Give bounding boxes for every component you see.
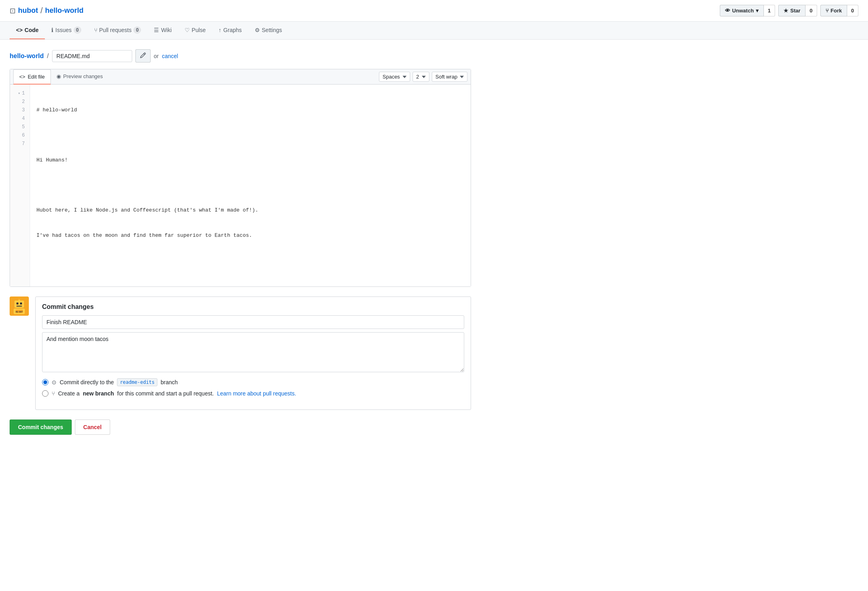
radio-direct-input[interactable]	[42, 379, 48, 385]
tab-edit-file[interactable]: <> Edit file	[13, 69, 51, 85]
breadcrumb-separator: /	[47, 52, 48, 60]
preview-icon: ◉	[56, 73, 61, 79]
tab-pull-requests[interactable]: ⑂ Pull requests 0	[88, 22, 148, 39]
code-textarea[interactable]: # hello-world Hi Humans! Hubot here, I l…	[30, 85, 471, 286]
tab-code[interactable]: <> Code	[10, 22, 45, 39]
svg-rect-1	[14, 301, 24, 308]
line-numbers: ▾ 1 2 3 4 5 6 7	[10, 85, 30, 286]
editor-panel: <> Edit file ◉ Preview changes Spaces Ta…	[10, 69, 471, 287]
file-path: hello-world / or cancel	[10, 49, 471, 63]
code-line-6: I've had tacos on the moon and find them…	[36, 232, 464, 240]
fork-label: Fork	[831, 8, 842, 14]
line-number-7: 7	[15, 140, 25, 148]
svg-rect-3	[20, 303, 22, 305]
issues-icon: ℹ	[51, 27, 53, 33]
fork-count[interactable]: 0	[847, 5, 858, 16]
indent-mode-select[interactable]: Spaces Tabs	[379, 72, 410, 82]
pull-request-learn-link[interactable]: Learn more about pull requests.	[217, 390, 296, 397]
page-header: ⊡ hubot / hello-world 👁 Unwatch ▾ 1 ★ St…	[0, 0, 868, 22]
svg-rect-4	[16, 306, 22, 307]
tab-pulse[interactable]: ♡ Pulse	[178, 22, 212, 39]
issues-badge: 0	[74, 26, 81, 34]
tab-graphs-label: Graphs	[224, 27, 242, 33]
code-line-7	[36, 256, 464, 265]
tab-settings[interactable]: ⚙ Settings	[248, 22, 289, 39]
hubot-avatar-svg: HU-BOT	[10, 297, 29, 316]
tab-wiki[interactable]: ☰ Wiki	[147, 22, 178, 39]
tab-pulse-label: Pulse	[192, 27, 206, 33]
nav-tabs: <> Code ℹ Issues 0 ⑂ Pull requests 0 ☰ W…	[0, 22, 868, 40]
star-count[interactable]: 0	[806, 5, 817, 16]
commit-description-textarea[interactable]: And mention moon tacos	[42, 332, 464, 372]
tab-code-label: Code	[24, 27, 38, 33]
code-line-3: Hi Humans!	[36, 156, 464, 165]
unwatch-arrow: ▾	[756, 8, 759, 14]
star-icon: ★	[783, 8, 788, 14]
file-cancel-link[interactable]: cancel	[162, 53, 178, 59]
fork-icon: ⑂	[826, 8, 829, 14]
new-branch-bold: new branch	[83, 390, 114, 397]
commit-box: Commit changes And mention moon tacos ⊙ …	[35, 297, 471, 410]
main-content: hello-world / or cancel <> Edit file ◉	[0, 40, 481, 444]
editor-tabs-list: <> Edit file ◉ Preview changes	[13, 69, 109, 84]
edit-file-icon: <>	[19, 74, 25, 80]
tab-issues[interactable]: ℹ Issues 0	[45, 22, 87, 39]
radio-options: ⊙ Commit directly to the readme-edits br…	[42, 378, 464, 397]
tab-settings-label: Settings	[262, 27, 282, 33]
settings-icon: ⚙	[255, 27, 260, 33]
svg-point-6	[18, 297, 20, 300]
radio-new-branch-input[interactable]	[42, 390, 48, 397]
commit-changes-button[interactable]: Commit changes	[10, 420, 72, 435]
radio-direct-commit[interactable]: ⊙ Commit directly to the readme-edits br…	[42, 378, 464, 386]
file-or-text: or	[154, 53, 159, 59]
repo-owner-link[interactable]: hubot	[18, 6, 38, 15]
cancel-commit-button[interactable]: Cancel	[75, 420, 110, 435]
line-number-1: ▾ 1	[15, 89, 25, 98]
file-edit-icon-button[interactable]	[135, 49, 151, 63]
line-number-2: 2	[15, 98, 25, 106]
unwatch-count[interactable]: 1	[764, 5, 775, 16]
star-label: Star	[790, 8, 800, 14]
editor-options: Spaces Tabs 2 4 8 Soft wrap No wrap	[379, 72, 467, 82]
commit-buttons: Commit changes Cancel	[10, 420, 471, 435]
filename-input[interactable]	[52, 50, 132, 62]
line-number-5: 5	[15, 123, 25, 131]
code-line-1: # hello-world	[36, 106, 464, 115]
branch-badge: readme-edits	[117, 378, 157, 386]
header-actions: 👁 Unwatch ▾ 1 ★ Star 0 ⑂ Fork 0	[717, 5, 858, 16]
indent-size-select[interactable]: 2 4 8	[413, 72, 429, 82]
code-icon: <>	[16, 27, 22, 33]
code-line-2	[36, 131, 464, 139]
repo-separator: /	[40, 6, 43, 15]
tab-graphs[interactable]: ↑ Graphs	[212, 22, 248, 39]
tab-preview-changes[interactable]: ◉ Preview changes	[51, 69, 109, 84]
breadcrumb-repo-link[interactable]: hello-world	[10, 52, 44, 60]
pull-request-icon: ⑂	[52, 390, 55, 397]
line-number-6: 6	[15, 131, 25, 140]
repo-title: ⊡ hubot / hello-world	[10, 6, 84, 15]
repo-icon: ⊡	[10, 6, 16, 15]
svg-rect-2	[16, 303, 18, 305]
wiki-icon: ☰	[154, 27, 159, 33]
fork-button[interactable]: ⑂ Fork	[820, 5, 847, 16]
radio-direct-text: Commit directly to the	[60, 379, 114, 385]
radio-direct-text-after: branch	[161, 379, 178, 385]
radio-new-branch-text-before: Create a	[58, 390, 80, 397]
fork-group: ⑂ Fork 0	[820, 5, 858, 16]
code-line-5: Hubot here, I like Node.js and Coffeescr…	[36, 206, 464, 215]
commit-section: HU-BOT Commit changes And mention moon t…	[10, 297, 471, 410]
svg-text:HU-BOT: HU-BOT	[16, 311, 23, 313]
commit-summary-input[interactable]	[42, 315, 464, 329]
wrap-mode-select[interactable]: Soft wrap No wrap	[432, 72, 467, 82]
repo-name-link[interactable]: hello-world	[45, 6, 84, 15]
file-actions: or cancel	[135, 49, 178, 63]
graphs-icon: ↑	[219, 27, 222, 33]
tab-pull-requests-label: Pull requests	[99, 27, 132, 33]
radio-new-branch[interactable]: ⑂ Create a new branch for this commit an…	[42, 390, 464, 397]
unwatch-button[interactable]: 👁 Unwatch ▾	[720, 5, 764, 16]
pull-requests-icon: ⑂	[94, 27, 97, 33]
editor-tab-bar: <> Edit file ◉ Preview changes Spaces Ta…	[10, 69, 471, 85]
tab-wiki-label: Wiki	[161, 27, 171, 33]
eye-icon: 👁	[725, 8, 730, 14]
star-button[interactable]: ★ Star	[778, 5, 806, 16]
